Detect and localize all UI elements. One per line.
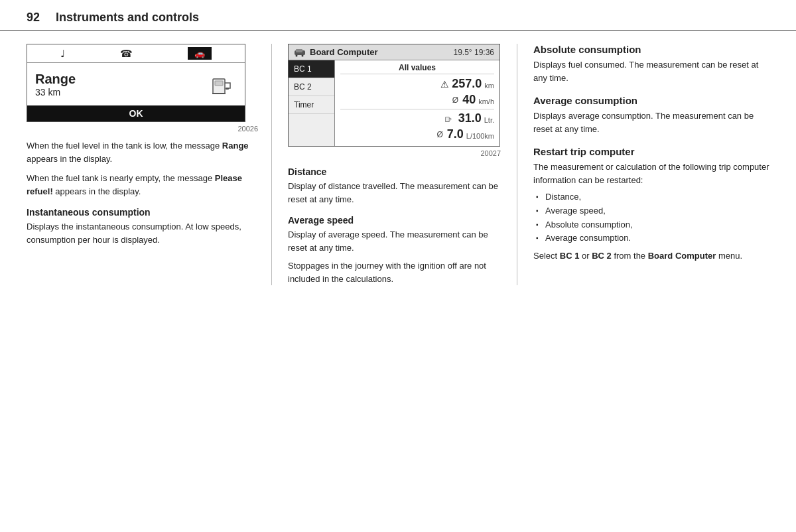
fuel-pump-icon — [208, 70, 237, 99]
image-number-middle: 20027 — [288, 149, 501, 157]
average-speed-text1: Display of average speed. The measuremen… — [288, 228, 501, 254]
absolute-consumption-heading: Absolute consumption — [533, 44, 769, 55]
page-title: Instruments and controls — [56, 11, 199, 25]
bc-fuel-icon — [444, 114, 453, 123]
bc-fuel-row: 31.0 Ltr. — [340, 109, 494, 125]
page-number: 92 — [27, 11, 40, 25]
bc-header-right: 19.5° 19:36 — [453, 48, 494, 57]
bc-consumption-row: Ø 7.0 L/100km — [340, 127, 494, 141]
range-bold: Range — [222, 141, 249, 151]
restart-trip-footer: Select BC 1 or BC 2 from the Board Compu… — [533, 249, 769, 263]
bc-avg-symbol-consumption: Ø — [436, 130, 442, 139]
fuel-warning-screen: ♩ ☎ 🚗 Range 33 km — [27, 44, 245, 122]
warning-icon: ⚠ — [440, 79, 449, 90]
distance-text: Display of distance travelled. The measu… — [288, 180, 501, 206]
instantaneous-consumption-text: Displays the instantaneous consumption. … — [27, 220, 258, 246]
fuel-empty-text: When the fuel tank is nearly empty, the … — [27, 172, 258, 198]
bullet-absolute-consumption: Absolute consumption, — [536, 218, 769, 232]
bc-time: 19:36 — [474, 48, 494, 57]
bc-fuel-value: 31.0 — [458, 111, 482, 125]
svg-rect-1 — [215, 81, 223, 86]
screen-body: Range 33 km — [27, 63, 245, 105]
range-value: 33 km — [35, 87, 197, 98]
average-speed-heading: Average speed — [288, 215, 501, 226]
svg-rect-8 — [445, 117, 449, 121]
bc-consumption-unit: L/100km — [466, 132, 494, 140]
restart-trip-section: Restart trip computer The measurement or… — [533, 146, 769, 263]
ok-button[interactable]: OK — [27, 105, 245, 121]
bullet-distance: Distance, — [536, 190, 769, 204]
bc-speed-value: 40 — [462, 93, 476, 107]
average-speed-text2: Stoppages in the journey with the igniti… — [288, 259, 501, 285]
svg-rect-3 — [212, 93, 226, 94]
bc-distance-value: 257.0 — [452, 77, 482, 91]
range-label: Range — [35, 72, 197, 87]
bc-header: Board Computer 19.5° 19:36 — [289, 44, 499, 60]
bc-car-icon — [294, 48, 306, 57]
screen-text-area: Range 33 km — [35, 72, 197, 98]
distance-heading: Distance — [288, 166, 501, 177]
bc-speed-row: Ø 40 km/h — [340, 93, 494, 107]
fuel-low-text: When the fuel level in the tank is low, … — [27, 139, 258, 165]
bc-menu-bc1[interactable]: BC 1 — [289, 60, 334, 78]
image-number-left: 20026 — [27, 125, 258, 133]
bc-header-left: Board Computer — [294, 47, 378, 57]
bc-body: BC 1 BC 2 Timer All values ⚠ 257.0 km Ø — [289, 60, 499, 146]
bc-speed-unit: km/h — [478, 98, 494, 105]
board-computer-screen: Board Computer 19.5° 19:36 BC 1 BC 2 Tim… — [288, 44, 500, 147]
absolute-consumption-section: Absolute consumption Displays fuel consu… — [533, 44, 769, 84]
bc-distance-unit: km — [484, 82, 494, 90]
content-area: ♩ ☎ 🚗 Range 33 km — [0, 31, 796, 299]
bc-distance-row: ⚠ 257.0 km — [340, 77, 494, 91]
bc-all-values: All values — [340, 63, 494, 74]
screen-top-bar: ♩ ☎ 🚗 — [27, 44, 245, 63]
svg-rect-5 — [296, 49, 302, 52]
refuel-bold: Please refuel! — [27, 173, 242, 196]
music-icon: ♩ — [60, 48, 65, 60]
bc-menu: BC 1 BC 2 Timer — [289, 60, 335, 146]
absolute-consumption-text: Displays fuel consumed. The measurement … — [533, 58, 769, 84]
restart-trip-list: Distance, Average speed, Absolute consum… — [536, 190, 769, 245]
restart-trip-intro: The measurement or calculation of the fo… — [533, 161, 769, 186]
middle-column: Board Computer 19.5° 19:36 BC 1 BC 2 Tim… — [272, 44, 517, 285]
bc-consumption-value: 7.0 — [447, 127, 464, 141]
left-description: When the fuel level in the tank is low, … — [27, 139, 258, 198]
bullet-average-consumption: Average consumption. — [536, 232, 769, 245]
car-icon-active: 🚗 — [188, 47, 212, 60]
bc-content: All values ⚠ 257.0 km Ø 40 km/h — [335, 60, 499, 146]
svg-point-7 — [302, 54, 304, 56]
svg-point-6 — [296, 54, 298, 56]
restart-trip-heading: Restart trip computer — [533, 146, 769, 157]
bc-menu-timer[interactable]: Timer — [289, 96, 334, 114]
left-column: ♩ ☎ 🚗 Range 33 km — [27, 44, 272, 285]
bc-temp: 19.5° — [453, 48, 472, 57]
svg-rect-9 — [445, 121, 449, 122]
bc-menu-bc2[interactable]: BC 2 — [289, 78, 334, 96]
bc-fuel-unit: Ltr. — [484, 116, 494, 124]
bc2-bold: BC 2 — [592, 251, 612, 261]
average-consumption-section: Average consumption Displays average con… — [533, 95, 769, 135]
right-column: Absolute consumption Displays fuel consu… — [517, 44, 769, 285]
phone-icon: ☎ — [120, 48, 133, 60]
instantaneous-consumption-heading: Instantaneous consumption — [27, 207, 258, 218]
bc-title: Board Computer — [310, 47, 378, 57]
average-consumption-text: Displays average consumption. The measur… — [533, 109, 769, 135]
bc1-bold: BC 1 — [560, 251, 580, 261]
average-consumption-heading: Average consumption — [533, 95, 769, 106]
svg-rect-2 — [226, 88, 229, 90]
bc-avg-symbol-speed: Ø — [452, 96, 458, 105]
board-computer-bold: Board Computer — [648, 251, 716, 261]
page-header: 92 Instruments and controls — [0, 0, 796, 31]
bullet-average-speed: Average speed, — [536, 204, 769, 218]
